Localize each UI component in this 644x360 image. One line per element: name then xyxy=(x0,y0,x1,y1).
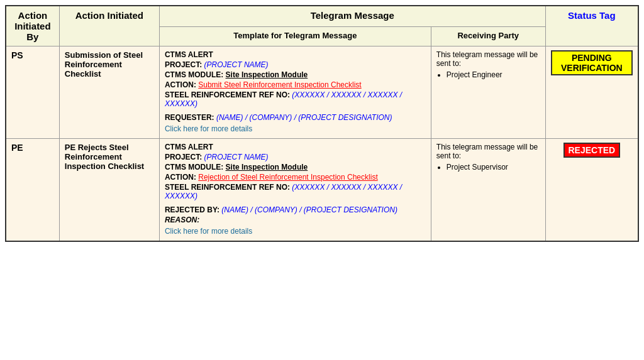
action-label-2: ACTION: xyxy=(165,173,196,182)
project-label-2: PROJECT: xyxy=(165,153,202,161)
action-label-1: ACTION: xyxy=(165,80,196,89)
rejected-value-2[interactable]: (NAME) / (COMPANY) / (PROJECT DESIGNATIO… xyxy=(221,205,397,214)
header-telegram-message: Telegram Message xyxy=(159,6,545,27)
project-value-1[interactable]: (PROJECT NAME) xyxy=(204,60,269,69)
table-row: PS Submission of Steel Reinforcement Che… xyxy=(6,46,638,139)
status-cell-2: REJECTED xyxy=(545,139,638,242)
table-row: PE PE Rejects Steel Reinforcement Inspec… xyxy=(6,139,638,242)
requester-label-1: REQUESTER: xyxy=(165,113,214,122)
requester-value-1[interactable]: (NAME) / (COMPANY) / (PROJECT DESIGNATIO… xyxy=(216,113,392,122)
receiving-intro-1: This telegram message will be sent to: xyxy=(436,50,540,68)
reason-label-2: REASON: xyxy=(165,215,199,224)
status-badge-2: REJECTED xyxy=(564,143,621,158)
template-cell-1: CTMS ALERT PROJECT: (PROJECT NAME) CTMS … xyxy=(159,46,431,139)
action-by-cell-2: PE xyxy=(6,139,59,242)
action-initiated-cell: Submission of Steel Reinforcement Checkl… xyxy=(59,46,159,139)
receiving-party-2: Project Supervisor xyxy=(447,163,540,172)
alert-label-2: CTMS ALERT xyxy=(165,143,213,151)
module-label-2: CTMS MODULE: xyxy=(165,163,223,172)
action-initiated-cell-2: PE Rejects Steel Reinforcement Inspectio… xyxy=(59,139,159,242)
alert-label-1: CTMS ALERT xyxy=(165,50,213,59)
module-value-2: Site Inspection Module xyxy=(226,163,308,172)
module-label-1: CTMS MODULE: xyxy=(165,70,223,79)
status-badge-1: PENDING VERIFICATION xyxy=(551,50,633,75)
project-label-1: PROJECT: xyxy=(165,60,202,69)
receiving-party-1: Project Engineer xyxy=(447,70,540,79)
header-template: Template for Telegram Message xyxy=(159,27,431,46)
click-link-1[interactable]: Click here for more details xyxy=(165,124,252,133)
header-status-tag: Status Tag xyxy=(545,6,638,46)
action-by-cell: PS xyxy=(6,46,59,139)
module-value-1: Site Inspection Module xyxy=(226,70,308,79)
header-action-initiated-by: Action Initiated By xyxy=(6,6,59,46)
status-cell-1: PENDING VERIFICATION xyxy=(545,46,638,139)
header-action-initiated: Action Initiated xyxy=(59,6,159,46)
click-link-2[interactable]: Click here for more details xyxy=(165,227,252,236)
action-value-2[interactable]: Rejection of Steel Reinforcement Inspect… xyxy=(198,173,377,182)
rejected-label-2: REJECTED BY: xyxy=(165,205,219,214)
receiving-intro-2: This telegram message will be sent to: xyxy=(436,143,540,160)
project-value-2[interactable]: (PROJECT NAME) xyxy=(204,153,269,161)
ref-label-2: STEEL REINFORCEMENT REF NO: xyxy=(165,183,290,192)
template-cell-2: CTMS ALERT PROJECT: (PROJECT NAME) CTMS … xyxy=(159,139,431,242)
action-value-1[interactable]: Submit Steel Reinforcement Inspection Ch… xyxy=(198,80,361,89)
header-receiving: Receiving Party xyxy=(431,27,545,46)
ref-label-1: STEEL REINFORCEMENT REF NO: xyxy=(165,90,290,99)
receiving-cell-1: This telegram message will be sent to: P… xyxy=(431,46,545,139)
receiving-cell-2: This telegram message will be sent to: P… xyxy=(431,139,545,242)
